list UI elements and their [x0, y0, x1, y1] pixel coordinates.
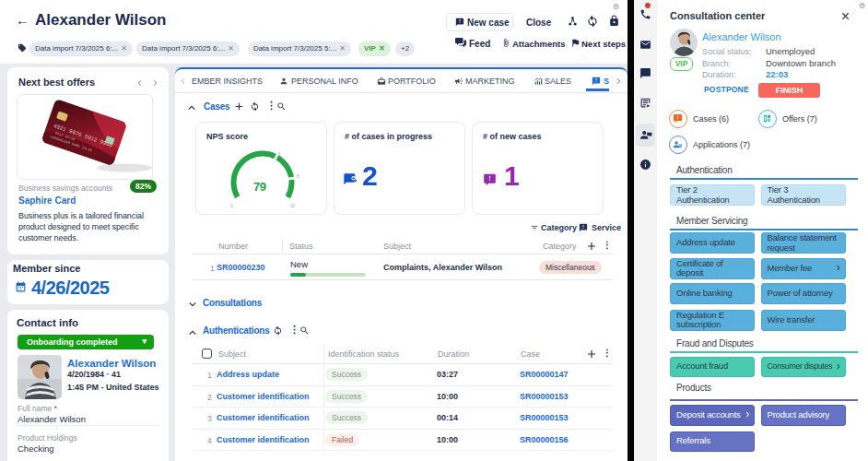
- svg-text:6: 6: [278, 152, 281, 157]
- svg-text:8: 8: [297, 174, 299, 179]
- svg-text:0: 0: [230, 204, 233, 208]
- svg-text:79: 79: [253, 180, 266, 194]
- svg-text:10: 10: [290, 204, 296, 208]
